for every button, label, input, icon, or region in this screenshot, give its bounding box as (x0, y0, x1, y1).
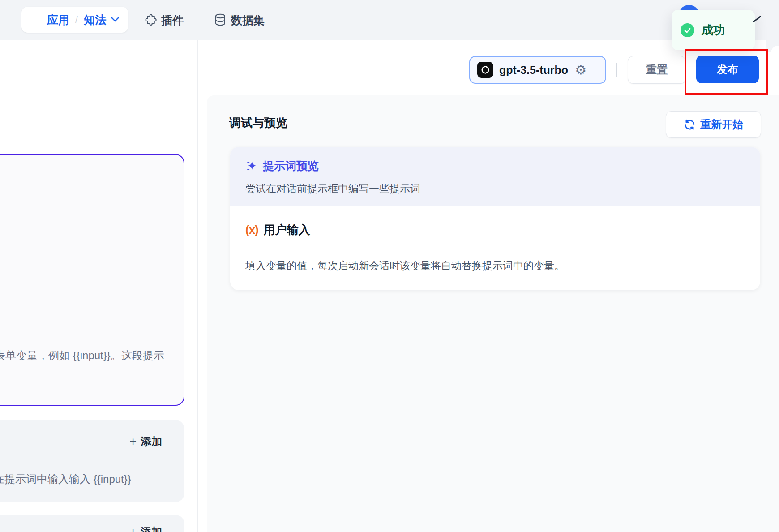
restart-button[interactable]: 重新开始 (666, 111, 761, 138)
nav-current-app-label[interactable]: 知法 (84, 13, 106, 27)
nav-item-plugins[interactable]: 插件 (144, 0, 184, 40)
prompt-preview-card: 提示词预览 尝试在对话前提示框中编写一些提示词 (x) 用户输入 填入变量的值，… (230, 147, 760, 290)
openai-icon (477, 62, 493, 78)
model-selector[interactable]: gpt-3.5-turbo ⚙ (469, 56, 606, 84)
grid-icon (30, 14, 42, 26)
context-section-card: + 添加 (0, 515, 184, 532)
nav-datasets-label[interactable]: 数据集 (231, 13, 265, 28)
sparkles-icon (245, 160, 258, 172)
panel-divider (197, 40, 198, 532)
gear-icon[interactable]: ⚙ (575, 64, 586, 77)
debug-panel-title: 调试与预览 (229, 115, 287, 131)
app-window: 应用 / 知法 插件 数据集 (0, 0, 779, 532)
check-circle-icon (681, 23, 694, 37)
header-divider (616, 63, 617, 77)
variables-section-card: + 添加 在提示词中输入输入 {{input}} (0, 420, 184, 502)
refresh-icon (684, 119, 696, 131)
reset-button[interactable]: 重置 (628, 56, 686, 84)
model-name: gpt-3.5-turbo (499, 64, 568, 77)
prompt-preview-title: 提示词预览 (263, 159, 319, 173)
annotation-highlight-box (685, 49, 768, 95)
breadcrumb-separator: / (74, 14, 79, 26)
add-variable-label: 添加 (141, 434, 162, 449)
add-context-button[interactable]: + 添加 (129, 525, 162, 532)
add-context-label: 添加 (141, 525, 162, 532)
user-input-description: 填入变量的值，每次启动新会话时该变量将自动替换提示词中的变量。 (245, 259, 565, 273)
success-toast: 成功 (672, 10, 755, 50)
prompt-editor-box[interactable]: 表单变量，例如 {{input}}。这段提示 (0, 154, 184, 406)
toast-message: 成功 (702, 22, 725, 38)
add-variable-button[interactable]: + 添加 (129, 434, 162, 449)
prompt-preview-header: 提示词预览 尝试在对话前提示框中编写一些提示词 (230, 147, 760, 206)
nav-plugins-label[interactable]: 插件 (161, 13, 184, 28)
restart-button-label: 重新开始 (700, 117, 743, 132)
nav-apps-label[interactable]: 应用 (47, 13, 69, 27)
database-icon (214, 13, 227, 27)
app-switcher[interactable]: 应用 / 知法 (21, 7, 128, 33)
nav-item-datasets[interactable]: 数据集 (214, 0, 265, 40)
plus-icon: + (129, 526, 137, 532)
content-corner (771, 46, 779, 64)
debug-preview-panel: 调试与预览 重新开始 (207, 95, 779, 532)
reset-button-label: 重置 (646, 63, 668, 77)
chevron-down-icon[interactable] (111, 17, 119, 22)
plus-icon: + (129, 436, 137, 448)
prompt-editor-hint: 表单变量，例如 {{input}}。这段提示 (0, 348, 164, 363)
prompt-preview-subtitle: 尝试在对话前提示框中编写一些提示词 (245, 182, 420, 196)
variable-hint-text: 在提示词中输入输入 {{input}} (0, 472, 131, 486)
puzzle-icon (144, 14, 157, 26)
user-input-title: 用户输入 (264, 222, 310, 238)
top-nav-bar: 应用 / 知法 插件 数据集 (0, 0, 779, 40)
variable-x-icon: (x) (245, 223, 258, 237)
